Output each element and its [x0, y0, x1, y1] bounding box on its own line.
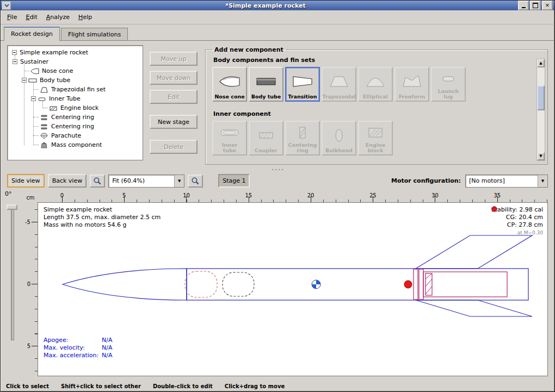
menu-edit[interactable]: Edit: [21, 12, 41, 22]
engine-block-icon: [49, 105, 58, 111]
collapse-icon[interactable]: [13, 59, 17, 64]
panel-splitter[interactable]: [1, 167, 554, 172]
back-view-button[interactable]: Back view: [48, 174, 87, 188]
rocket-canvas[interactable]: Simple example rocket Length 37.5 cm, ma…: [38, 202, 548, 376]
add-centering-ring-button: Centering ring: [285, 121, 320, 155]
vertical-ruler: -5 0 5: [24, 202, 38, 376]
rocket-view-area: 0° cm 0 5 10 15 20 25 30 35 -5 0 5: [1, 189, 554, 381]
move-up-button: Move up: [150, 52, 198, 66]
component-scrollbar[interactable]: ▲ ▼: [536, 59, 545, 161]
window-menu-button[interactable]: [2, 2, 11, 10]
menu-analyze[interactable]: Analyze: [42, 12, 74, 22]
add-nose-cone-button[interactable]: Nose cone: [212, 67, 247, 102]
elliptical-fin-icon: [365, 69, 386, 94]
up-arrow-icon: ▲: [539, 61, 542, 65]
add-transition-button[interactable]: Transition: [285, 67, 320, 102]
app-icon: [4, 3, 9, 8]
tree-guide: [42, 101, 43, 108]
horizontal-ruler: 0 5 10 15 20 25 30 35: [38, 192, 548, 202]
centering-ring-icon: [292, 123, 313, 142]
menu-file[interactable]: File: [3, 12, 21, 22]
motor-configuration-label: Motor configuration:: [391, 177, 461, 184]
view-toolbar: Side view Back view Fit (60.4%) ▼ Stage …: [1, 172, 554, 189]
titlebar[interactable]: *Simple example rocket ✕: [1, 1, 554, 10]
menu-help[interactable]: Help: [74, 12, 96, 22]
add-coupler-button: Coupler: [249, 121, 283, 155]
tree-item-rocket[interactable]: Simple example rocket: [8, 48, 143, 57]
tree-item-sustainer[interactable]: Sustainer: [8, 57, 143, 66]
add-trapezoidal-fin-button: Trapezoidal: [322, 67, 356, 102]
inner-tube-icon: [219, 123, 240, 142]
tree-actions: Move up Move down Edit New stage Delete: [150, 52, 198, 165]
maximize-button[interactable]: [530, 1, 541, 10]
tree-item-inner-tube[interactable]: Inner Tube: [8, 94, 143, 103]
body-tube-icon: [28, 77, 37, 84]
flight-data: Apogee:N/A Max. velocity:N/A Max. accele…: [44, 337, 112, 359]
move-down-button: Move down: [150, 71, 198, 85]
collapse-icon[interactable]: [31, 96, 36, 101]
minimize-button[interactable]: [518, 1, 529, 10]
engine-block-icon: [365, 123, 386, 142]
app-window: *Simple example rocket ✕ File Edit Analy…: [0, 0, 555, 392]
parachute-outline: [185, 271, 217, 297]
new-stage-button[interactable]: New stage: [150, 115, 198, 129]
body-components-label: Body components and fin sets: [213, 57, 542, 64]
scrollbar-thumb[interactable]: [537, 85, 545, 110]
tab-flight-simulations[interactable]: Flight simulations: [61, 28, 128, 40]
nose-cone-outline: [63, 269, 187, 300]
component-tree[interactable]: Simple example rocket Sustainer Nose con…: [7, 45, 143, 160]
scroll-down-button[interactable]: ▼: [537, 152, 545, 160]
rotation-slider-handle[interactable]: [7, 204, 17, 210]
zoom-select[interactable]: Fit (60.4%) ▼: [108, 175, 184, 188]
motor-configuration-select[interactable]: [No motors] ▼: [465, 175, 548, 188]
zoom-in-button[interactable]: [188, 175, 203, 188]
stability-value: Stability: 2.98 cal: [491, 206, 543, 214]
chevron-down-icon[interactable]: ▼: [174, 175, 184, 187]
mass-component-icon: [40, 142, 48, 148]
body-tube-icon: [255, 69, 277, 94]
trapezoidal-fin-icon: [328, 69, 350, 94]
design-panel: Simple example rocket Sustainer Nose con…: [1, 41, 554, 167]
tree-item-mass-component[interactable]: Mass component: [8, 140, 143, 150]
parachute-icon: [40, 133, 48, 139]
rotation-slider[interactable]: [11, 207, 14, 340]
tree-item-centering-ring-2[interactable]: Centering ring: [8, 122, 143, 131]
tree-connector: [24, 71, 29, 71]
inner-components-row: Inner tube Coupler Centering ring Bulkhe…: [211, 121, 542, 155]
cp-marker: [404, 281, 412, 288]
down-arrow-icon: ▼: [539, 154, 542, 158]
rocket-info: Simple example rocket Length 37.5 cm, ma…: [44, 206, 161, 229]
cg-marker: [312, 280, 320, 289]
tree-guide: [24, 64, 24, 145]
launch-lug-icon: [437, 69, 459, 89]
tree-item-parachute[interactable]: Parachute: [8, 131, 143, 140]
tree-item-engine-block[interactable]: Engine block: [8, 103, 143, 113]
stage-1-toggle[interactable]: Stage 1: [218, 174, 250, 188]
add-body-tube-button[interactable]: Body tube: [249, 67, 283, 102]
close-button[interactable]: ✕: [542, 1, 553, 10]
zoom-out-button[interactable]: [90, 175, 105, 188]
tree-guide: [15, 55, 15, 59]
chevron-down-icon[interactable]: ▼: [538, 175, 547, 187]
scroll-up-button[interactable]: ▲: [537, 59, 545, 67]
menubar: File Edit Analyze Help: [1, 10, 554, 24]
tree-item-body-tube[interactable]: Body tube: [8, 76, 143, 85]
cg-value: CG: 20.4 cm: [506, 214, 543, 221]
tree-item-fin-set[interactable]: Trapezoidal fin set: [8, 85, 143, 94]
tree-connector: [42, 108, 48, 108]
tree-connector: [33, 89, 39, 90]
minimize-icon: [522, 7, 526, 8]
collapse-icon[interactable]: [12, 50, 17, 55]
cp-value: CP: 27.8 cm: [507, 221, 543, 229]
collapse-icon[interactable]: [22, 78, 27, 83]
side-view-button[interactable]: Side view: [7, 174, 45, 188]
tab-rocket-design[interactable]: Rocket design: [4, 27, 60, 41]
body-components-row: Nose cone Body tube Transition Trapezoid…: [211, 67, 542, 102]
tree-item-centering-ring-1[interactable]: Centering ring: [8, 113, 143, 122]
tree-connector: [33, 117, 39, 117]
hint-double-click: Double-click to edit: [153, 383, 213, 389]
tree-connector: [33, 126, 39, 127]
edit-button: Edit: [150, 90, 198, 104]
bottom-fin-outline: [416, 300, 532, 316]
tree-item-nose-cone[interactable]: Nose cone: [8, 66, 143, 76]
